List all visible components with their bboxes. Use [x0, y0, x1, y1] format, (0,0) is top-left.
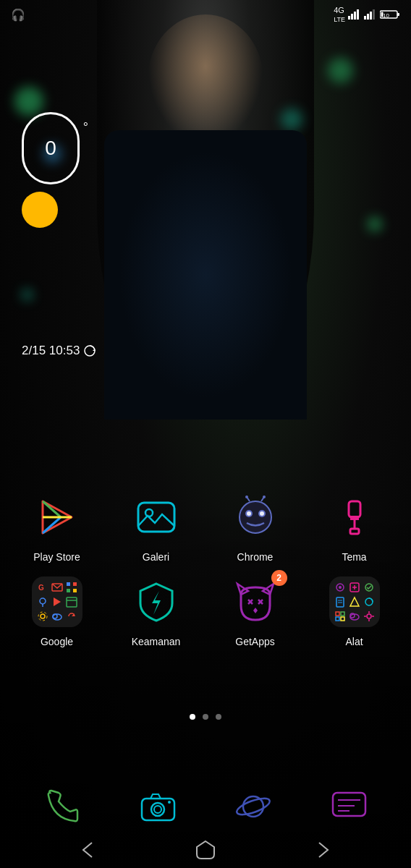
- nav-bar: [0, 832, 411, 868]
- app-row-2: G: [7, 574, 404, 647]
- datetime-display: 2/15 10:53: [22, 344, 96, 358]
- headphone-icon: 🎧: [11, 8, 25, 22]
- weather-widget: 0 °: [22, 112, 80, 228]
- svg-rect-32: [350, 529, 359, 534]
- sun-icon: [22, 192, 58, 228]
- app-keamanan[interactable]: Keamanan: [116, 574, 196, 647]
- folder-cell: [348, 610, 361, 623]
- svg-point-81: [168, 801, 171, 804]
- bokeh-light: [368, 217, 382, 231]
- app-alat[interactable]: Alat: [315, 574, 394, 647]
- folder-cell: G: [36, 581, 49, 594]
- svg-rect-1: [351, 14, 353, 20]
- signal2-icon: [364, 9, 377, 20]
- svg-rect-0: [348, 16, 350, 20]
- camera-icon: [138, 787, 178, 827]
- network-type: 4GLTE: [334, 6, 345, 23]
- google-label: Google: [41, 636, 73, 647]
- svg-rect-7: [373, 9, 375, 20]
- keamanan-icon-wrap: [128, 574, 185, 630]
- degree-symbol: °: [83, 120, 88, 135]
- status-bar: 🎧 4GLTE 10: [0, 0, 411, 29]
- svg-point-79: [151, 803, 164, 816]
- svg-rect-4: [364, 16, 366, 20]
- status-left: 🎧: [11, 8, 25, 22]
- recent-button[interactable]: [309, 835, 338, 864]
- keamanan-label: Keamanan: [132, 636, 181, 647]
- folder-cell: [334, 595, 347, 608]
- svg-point-44: [41, 614, 45, 618]
- app-chrome[interactable]: Chrome: [216, 489, 295, 563]
- svg-point-39: [40, 598, 46, 604]
- svg-rect-69: [336, 617, 339, 621]
- folder-cell: [334, 610, 347, 623]
- app-galeri[interactable]: Galeri: [116, 489, 196, 563]
- tema-icon-wrap: [326, 489, 383, 545]
- folder-cell: [363, 581, 376, 594]
- page-dot-3[interactable]: [216, 714, 221, 720]
- folder-cell: [348, 581, 361, 594]
- svg-point-83: [234, 795, 271, 817]
- temperature-value: 0: [45, 137, 56, 160]
- bokeh-light: [14, 87, 43, 116]
- play-store-label: Play Store: [33, 551, 80, 563]
- signal-icon: [348, 9, 361, 20]
- svg-point-28: [263, 495, 266, 498]
- svg-rect-30: [350, 516, 359, 520]
- svg-rect-67: [336, 612, 339, 616]
- svg-text:G: G: [38, 584, 44, 592]
- folder-cell: [363, 610, 376, 623]
- svg-marker-13: [93, 349, 95, 351]
- page-dot-2[interactable]: [203, 714, 208, 720]
- folder-cell: [36, 595, 49, 608]
- app-tema[interactable]: Tema: [315, 489, 394, 563]
- svg-rect-38: [73, 589, 77, 592]
- chrome-icon-wrap: [227, 489, 284, 545]
- app-row-1: Play Store Galeri: [7, 489, 404, 563]
- alat-label: Alat: [345, 636, 363, 647]
- bokeh-light: [22, 289, 33, 300]
- home-button[interactable]: [191, 835, 220, 864]
- folder-cell: [51, 581, 64, 594]
- back-button[interactable]: [73, 835, 102, 864]
- svg-rect-70: [341, 617, 344, 621]
- back-nav-icon: [77, 840, 98, 860]
- page-dots: [0, 714, 411, 720]
- dock-phone[interactable]: [37, 781, 88, 832]
- app-google[interactable]: G: [17, 574, 97, 647]
- home-nav-icon: [195, 840, 216, 860]
- svg-rect-84: [333, 793, 365, 816]
- svg-rect-3: [357, 9, 359, 20]
- svg-rect-29: [349, 501, 360, 517]
- app-getapps[interactable]: 2 GetApps: [216, 574, 295, 647]
- folder-cell: [363, 595, 376, 608]
- chrome-icon: [234, 495, 277, 539]
- svg-marker-65: [350, 597, 359, 606]
- getapps-icon: [234, 580, 277, 624]
- play-store-icon-wrap: [29, 489, 85, 545]
- alat-folder-grid: [329, 576, 380, 627]
- folder-cell: [51, 610, 64, 623]
- dock-browser[interactable]: [228, 781, 279, 832]
- svg-rect-2: [354, 12, 356, 20]
- svg-point-45: [38, 612, 47, 621]
- svg-point-20: [240, 501, 271, 533]
- folder-cell: [65, 610, 78, 623]
- dock-camera[interactable]: [132, 781, 183, 832]
- app-play-store[interactable]: Play Store: [17, 489, 97, 563]
- jacket: [104, 130, 307, 420]
- phone-icon: [43, 787, 82, 827]
- recent-nav-icon: [313, 840, 334, 860]
- google-folder-icon-wrap: G: [29, 574, 85, 630]
- svg-rect-5: [367, 14, 369, 20]
- svg-rect-35: [67, 582, 70, 586]
- dock-messages[interactable]: [323, 781, 374, 832]
- svg-point-73: [367, 614, 371, 618]
- dock: [0, 781, 411, 832]
- svg-text:10: 10: [383, 12, 389, 19]
- svg-rect-36: [73, 582, 77, 586]
- temperature-display: 0 °: [22, 112, 80, 184]
- galeri-icon: [135, 495, 178, 539]
- page-dot-1[interactable]: [190, 714, 195, 720]
- bokeh-light: [281, 109, 302, 130]
